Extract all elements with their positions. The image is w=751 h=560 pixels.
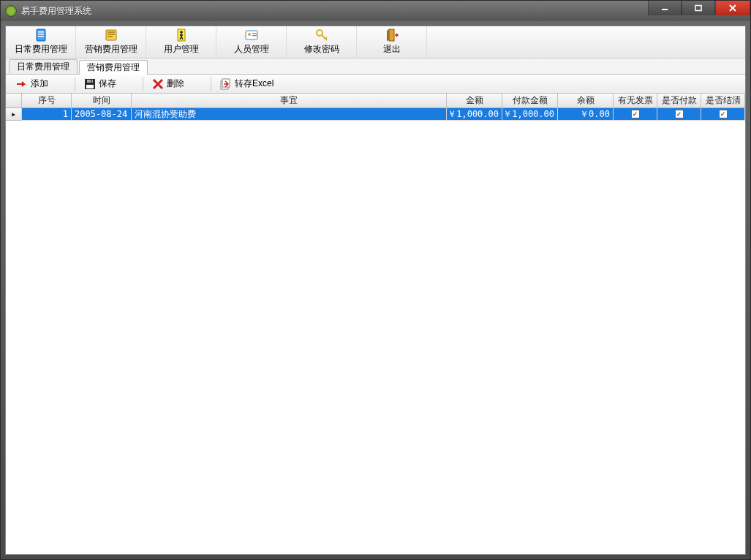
grid-header: 序号 时间 事宜 金额 付款金额 余额 有无发票 是否付款 是否结清 (6, 94, 745, 108)
toolbar-daily-expense[interactable]: 日常费用管理 (6, 26, 76, 58)
client-area: 日常费用管理 营销费用管理 用户管理 人员管理 (5, 26, 746, 555)
cell-balance[interactable]: ￥0.00 (558, 108, 614, 121)
cell-amount[interactable]: ￥1,000.00 (447, 108, 502, 121)
svg-point-15 (317, 30, 322, 36)
svg-rect-20 (91, 80, 92, 83)
svg-rect-16 (389, 29, 394, 41)
col-balance[interactable]: 余额 (558, 94, 614, 107)
svg-rect-4 (37, 29, 45, 41)
col-settled[interactable]: 是否结清 (701, 94, 745, 107)
maximize-button[interactable] (682, 1, 715, 15)
col-time[interactable]: 时间 (72, 94, 132, 107)
toolbar-staff-mgmt[interactable]: 人员管理 (216, 26, 287, 58)
svg-rect-8 (106, 30, 116, 40)
col-paid[interactable]: 付款金额 (502, 94, 558, 107)
app-icon (5, 5, 17, 17)
checkbox-icon[interactable] (631, 110, 640, 118)
id-card-icon (245, 29, 258, 42)
table-row[interactable]: ▸ 1 2005-08-24 河南混协赞助费 ￥1,000.00 ￥1,000.… (6, 108, 745, 121)
cell-ispaid[interactable] (657, 108, 701, 121)
svg-rect-1 (695, 5, 701, 10)
toolbar-user-mgmt[interactable]: 用户管理 (146, 26, 216, 58)
export-excel-button[interactable]: 转存Excel (216, 76, 278, 91)
svg-point-12 (248, 33, 251, 36)
svg-rect-13 (252, 33, 257, 34)
window-title: 易手费用管理系统 (21, 5, 746, 18)
svg-rect-5 (38, 31, 44, 33)
save-button[interactable]: 保存 (80, 76, 121, 91)
add-button[interactable]: 添加 (12, 76, 53, 91)
cell-paid[interactable]: ￥1,000.00 (502, 108, 558, 121)
delete-x-icon (152, 78, 164, 90)
main-toolbar: 日常费用管理 营销费用管理 用户管理 人员管理 (6, 26, 745, 58)
svg-rect-14 (252, 35, 257, 36)
sub-toolbar: 添加 保存 删除 转存Excel (6, 75, 745, 94)
separator (143, 77, 143, 91)
tab-daily-expense[interactable]: 日常费用管理 (9, 59, 78, 74)
toolbar-exit[interactable]: 退出 (357, 26, 427, 58)
titlebar[interactable]: 易手费用管理系统 (1, 1, 750, 21)
cell-seq[interactable]: 1 (22, 108, 72, 121)
notes-icon (105, 29, 118, 42)
cell-invoice[interactable] (614, 108, 657, 121)
close-button[interactable] (715, 1, 750, 15)
exit-door-icon (385, 29, 399, 42)
row-pointer-icon: ▸ (6, 108, 22, 121)
document-icon (34, 29, 48, 42)
tabs: 日常费用管理 营销费用管理 (6, 58, 745, 75)
minimize-button[interactable] (648, 1, 682, 15)
person-walk-icon (175, 29, 188, 42)
svg-rect-18 (86, 85, 94, 88)
floppy-icon (84, 78, 96, 90)
svg-rect-7 (38, 36, 44, 37)
svg-point-10 (180, 31, 183, 34)
window-controls (648, 1, 750, 15)
export-icon (220, 78, 232, 90)
cell-time[interactable]: 2005-08-24 (72, 108, 132, 121)
separator (211, 77, 211, 91)
key-icon (315, 29, 328, 42)
toolbar-marketing-expense[interactable]: 营销费用管理 (76, 26, 146, 58)
svg-rect-6 (38, 34, 44, 35)
col-seq[interactable]: 序号 (22, 94, 72, 107)
cell-matter[interactable]: 河南混协赞助费 (132, 108, 447, 121)
cell-settled[interactable] (701, 108, 745, 121)
app-window: 易手费用管理系统 日常费用管理 (0, 0, 751, 560)
grid-body[interactable]: ▸ 1 2005-08-24 河南混协赞助费 ￥1,000.00 ￥1,000.… (6, 108, 745, 554)
col-amount[interactable]: 金额 (447, 94, 502, 107)
col-matter[interactable]: 事宜 (132, 94, 447, 107)
add-arrow-icon (16, 78, 28, 90)
toolbar-change-password[interactable]: 修改密码 (287, 26, 357, 58)
tab-marketing-expense[interactable]: 营销费用管理 (79, 60, 148, 75)
separator (75, 77, 75, 91)
col-ispaid[interactable]: 是否付款 (657, 94, 701, 107)
delete-button[interactable]: 删除 (148, 76, 189, 91)
col-invoice[interactable]: 有无发票 (614, 94, 657, 107)
checkbox-icon[interactable] (675, 110, 684, 118)
checkbox-icon[interactable] (719, 110, 728, 118)
row-indicator-header (6, 94, 22, 107)
